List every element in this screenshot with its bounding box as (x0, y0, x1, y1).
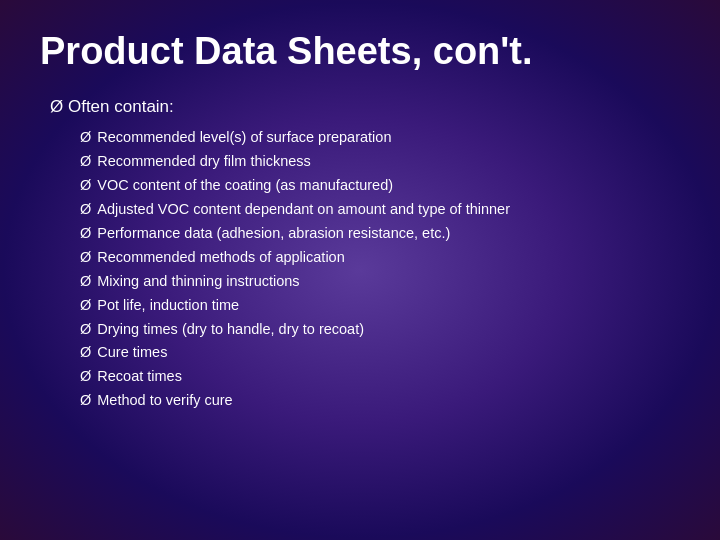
slide-content: Ø Often contain: Ø Recommended level(s) … (40, 93, 680, 413)
bullet-icon: Ø (80, 341, 91, 365)
item-text: Recommended methods of application (97, 246, 344, 270)
list-item: Ø Recommended dry film thickness (80, 150, 680, 174)
level1-text: Often contain: (68, 97, 174, 116)
item-text: Cure times (97, 341, 167, 365)
item-text: Method to verify cure (97, 389, 232, 413)
bullet-icon: Ø (80, 198, 91, 222)
list-item: Ø Method to verify cure (80, 389, 680, 413)
list-item: Ø Recoat times (80, 365, 680, 389)
item-text: Drying times (dry to handle, dry to reco… (97, 318, 364, 342)
list-item: Ø Pot life, induction time (80, 294, 680, 318)
bullet-icon: Ø (80, 270, 91, 294)
level3-list: Ø Pot life, induction time Ø Drying time… (80, 294, 680, 414)
slide: Product Data Sheets, con't. Ø Often cont… (0, 0, 720, 540)
item-text: Adjusted VOC content dependant on amount… (97, 198, 510, 222)
bullet-icon: Ø (80, 150, 91, 174)
item-text: Mixing and thinning instructions (97, 270, 299, 294)
item-text: Recommended level(s) of surface preparat… (97, 126, 391, 150)
item-text: Recommended dry film thickness (97, 150, 311, 174)
bullet-icon: Ø (80, 318, 91, 342)
list-item: Ø Cure times (80, 341, 680, 365)
bullet-icon: Ø (80, 389, 91, 413)
item-text: Performance data (adhesion, abrasion res… (97, 222, 450, 246)
list-item: Ø VOC content of the coating (as manufac… (80, 174, 680, 198)
list-item: Ø Performance data (adhesion, abrasion r… (80, 222, 680, 246)
bullet-icon: Ø (80, 365, 91, 389)
level1-item: Ø Often contain: (50, 93, 680, 120)
bullet-icon: Ø (80, 246, 91, 270)
bullet-icon: Ø (80, 294, 91, 318)
list-item: Ø Adjusted VOC content dependant on amou… (80, 198, 680, 222)
list-item: Ø Recommended level(s) of surface prepar… (80, 126, 680, 150)
list-item: Ø Recommended methods of application (80, 246, 680, 270)
slide-title: Product Data Sheets, con't. (40, 30, 680, 73)
bullet-icon: Ø (80, 222, 91, 246)
level1-bullet: Ø (50, 97, 68, 116)
list-item: Ø Mixing and thinning instructions (80, 270, 680, 294)
item-text: Recoat times (97, 365, 182, 389)
list-item: Ø Drying times (dry to handle, dry to re… (80, 318, 680, 342)
item-text: VOC content of the coating (as manufactu… (97, 174, 393, 198)
bullet-icon: Ø (80, 174, 91, 198)
bullet-icon: Ø (80, 126, 91, 150)
item-text: Pot life, induction time (97, 294, 239, 318)
level2-list: Ø Recommended level(s) of surface prepar… (80, 126, 680, 293)
